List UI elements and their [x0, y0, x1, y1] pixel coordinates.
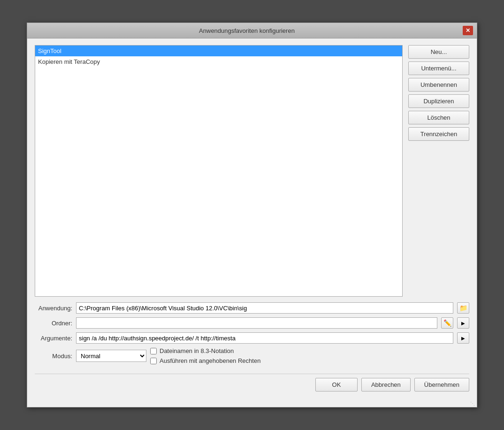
list-item[interactable]: Kopieren mit TeraCopy [35, 56, 402, 67]
neu-button[interactable]: Neu... [408, 45, 469, 59]
favorites-list[interactable]: SignTool Kopieren mit TeraCopy [35, 45, 403, 297]
fields-section: Anwendung: 📁 Ordner: ✏️ ▶ Argumente: ▶ M… [35, 302, 469, 364]
modus-label: Modus: [35, 353, 72, 360]
ok-button[interactable]: OK [315, 378, 358, 392]
bottom-buttons: OK Abbrechen Übernehmen [35, 374, 469, 393]
dialog: Anwendungsfavoriten konfigurieren ✕ Sign… [27, 23, 477, 407]
argumente-label: Argumente: [35, 335, 72, 342]
anwendung-browse-button[interactable]: 📁 [457, 302, 469, 314]
ausfuehren-checkbox-row[interactable]: Ausführen mit angehobenen Rechten [150, 357, 260, 364]
main-section: SignTool Kopieren mit TeraCopy Neu... Un… [35, 45, 469, 297]
ordner-row: Ordner: ✏️ ▶ [35, 317, 469, 329]
list-item[interactable]: SignTool [35, 46, 402, 56]
uebernehmen-button[interactable]: Übernehmen [414, 378, 469, 392]
modus-controls: Normal Minimiert Maximiert Dateinamen in… [76, 347, 260, 364]
ordner-label: Ordner: [35, 320, 72, 327]
modus-row: Modus: Normal Minimiert Maximiert Datein… [35, 347, 469, 364]
loeschen-button[interactable]: Löschen [408, 111, 469, 124]
dialog-body: SignTool Kopieren mit TeraCopy Neu... Un… [27, 38, 477, 400]
title-bar: Anwendungsfavoriten konfigurieren ✕ [27, 23, 477, 38]
anwendung-label: Anwendung: [35, 305, 72, 312]
side-buttons: Neu... Untermenü... Umbenennen Duplizier… [408, 45, 469, 297]
untermenu-button[interactable]: Untermenü... [408, 61, 469, 75]
dateinamen-checkbox[interactable] [150, 348, 157, 354]
grip-icon: ⋱ [470, 401, 475, 406]
anwendung-input[interactable] [76, 302, 453, 314]
ordner-edit-button[interactable]: ✏️ [441, 317, 453, 329]
umbenennen-button[interactable]: Umbenennen [408, 78, 469, 92]
ordner-arrow-button[interactable]: ▶ [457, 317, 469, 329]
argumente-input[interactable] [76, 332, 453, 344]
dialog-title: Anwendungsfavoriten konfigurieren [31, 27, 463, 34]
argumente-arrow-button[interactable]: ▶ [457, 332, 469, 344]
trennzeichen-button[interactable]: Trennzeichen [408, 127, 469, 141]
argumente-row: Argumente: ▶ [35, 332, 469, 344]
resize-grip: ⋱ [27, 400, 477, 407]
ordner-input[interactable] [76, 317, 437, 329]
duplizieren-button[interactable]: Duplizieren [408, 94, 469, 108]
checkboxes: Dateinamen in 8.3-Notation Ausführen mit… [150, 347, 260, 364]
abbrechen-button[interactable]: Abbrechen [361, 378, 411, 392]
dateinamen-label: Dateinamen in 8.3-Notation [160, 347, 234, 354]
dateinamen-checkbox-row[interactable]: Dateinamen in 8.3-Notation [150, 347, 260, 354]
ausfuehren-label: Ausführen mit angehobenen Rechten [160, 357, 260, 364]
anwendung-row: Anwendung: 📁 [35, 302, 469, 314]
close-button[interactable]: ✕ [463, 26, 473, 35]
ausfuehren-checkbox[interactable] [150, 358, 157, 364]
modus-select[interactable]: Normal Minimiert Maximiert [76, 350, 146, 362]
